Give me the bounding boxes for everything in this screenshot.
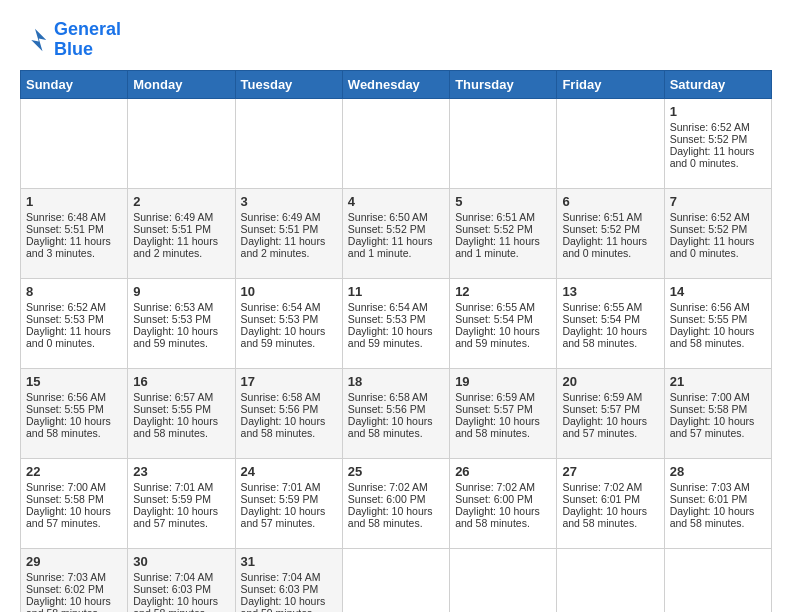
sunrise-text: Sunrise: 6:52 AM xyxy=(26,301,122,313)
sunrise-text: Sunrise: 6:50 AM xyxy=(348,211,444,223)
daylight-text: Daylight: 10 hours and 58 minutes. xyxy=(348,505,444,529)
calendar-cell: 21Sunrise: 7:00 AMSunset: 5:58 PMDayligh… xyxy=(664,368,771,458)
daylight-text: Daylight: 11 hours and 0 minutes. xyxy=(670,235,766,259)
daylight-text: Daylight: 10 hours and 57 minutes. xyxy=(562,415,658,439)
week-row-1: 1Sunrise: 6:52 AMSunset: 5:52 PMDaylight… xyxy=(21,98,772,188)
calendar-cell: 16Sunrise: 6:57 AMSunset: 5:55 PMDayligh… xyxy=(128,368,235,458)
sunrise-text: Sunrise: 6:59 AM xyxy=(562,391,658,403)
logo: General Blue xyxy=(20,20,121,60)
calendar-cell: 20Sunrise: 6:59 AMSunset: 5:57 PMDayligh… xyxy=(557,368,664,458)
day-number: 14 xyxy=(670,284,766,299)
sunset-text: Sunset: 6:00 PM xyxy=(455,493,551,505)
calendar-cell: 27Sunrise: 7:02 AMSunset: 6:01 PMDayligh… xyxy=(557,458,664,548)
day-number: 7 xyxy=(670,194,766,209)
day-number: 22 xyxy=(26,464,122,479)
calendar-cell: 18Sunrise: 6:58 AMSunset: 5:56 PMDayligh… xyxy=(342,368,449,458)
sunrise-text: Sunrise: 6:57 AM xyxy=(133,391,229,403)
daylight-text: Daylight: 10 hours and 59 minutes. xyxy=(455,325,551,349)
sunset-text: Sunset: 5:53 PM xyxy=(348,313,444,325)
sunset-text: Sunset: 5:53 PM xyxy=(26,313,122,325)
day-number: 16 xyxy=(133,374,229,389)
calendar-cell xyxy=(342,98,449,188)
daylight-text: Daylight: 10 hours and 57 minutes. xyxy=(133,505,229,529)
daylight-text: Daylight: 10 hours and 58 minutes. xyxy=(26,415,122,439)
daylight-text: Daylight: 10 hours and 59 minutes. xyxy=(241,595,337,612)
calendar-cell: 8Sunrise: 6:52 AMSunset: 5:53 PMDaylight… xyxy=(21,278,128,368)
calendar-cell: 12Sunrise: 6:55 AMSunset: 5:54 PMDayligh… xyxy=(450,278,557,368)
calendar-table: SundayMondayTuesdayWednesdayThursdayFrid… xyxy=(20,70,772,612)
sunrise-text: Sunrise: 6:48 AM xyxy=(26,211,122,223)
sunset-text: Sunset: 5:58 PM xyxy=(26,493,122,505)
sunrise-text: Sunrise: 6:52 AM xyxy=(670,121,766,133)
sunset-text: Sunset: 6:01 PM xyxy=(562,493,658,505)
sunrise-text: Sunrise: 6:56 AM xyxy=(26,391,122,403)
sunset-text: Sunset: 5:57 PM xyxy=(455,403,551,415)
calendar-cell: 10Sunrise: 6:54 AMSunset: 5:53 PMDayligh… xyxy=(235,278,342,368)
header-row: SundayMondayTuesdayWednesdayThursdayFrid… xyxy=(21,70,772,98)
calendar-cell: 2Sunrise: 6:49 AMSunset: 5:51 PMDaylight… xyxy=(128,188,235,278)
sunrise-text: Sunrise: 7:00 AM xyxy=(26,481,122,493)
sunrise-text: Sunrise: 7:03 AM xyxy=(26,571,122,583)
daylight-text: Daylight: 10 hours and 58 minutes. xyxy=(562,325,658,349)
logo-text: General Blue xyxy=(54,20,121,60)
calendar-cell: 25Sunrise: 7:02 AMSunset: 6:00 PMDayligh… xyxy=(342,458,449,548)
weekday-header-sunday: Sunday xyxy=(21,70,128,98)
day-number: 10 xyxy=(241,284,337,299)
calendar-cell xyxy=(128,98,235,188)
weekday-header-saturday: Saturday xyxy=(664,70,771,98)
sunrise-text: Sunrise: 6:53 AM xyxy=(133,301,229,313)
calendar-cell xyxy=(235,98,342,188)
calendar-cell xyxy=(450,548,557,612)
sunset-text: Sunset: 5:51 PM xyxy=(241,223,337,235)
daylight-text: Daylight: 11 hours and 3 minutes. xyxy=(26,235,122,259)
calendar-cell: 1Sunrise: 6:52 AMSunset: 5:52 PMDaylight… xyxy=(664,98,771,188)
sunrise-text: Sunrise: 6:55 AM xyxy=(455,301,551,313)
calendar-cell: 14Sunrise: 6:56 AMSunset: 5:55 PMDayligh… xyxy=(664,278,771,368)
day-number: 9 xyxy=(133,284,229,299)
weekday-header-tuesday: Tuesday xyxy=(235,70,342,98)
daylight-text: Daylight: 10 hours and 58 minutes. xyxy=(455,415,551,439)
day-number: 25 xyxy=(348,464,444,479)
day-number: 17 xyxy=(241,374,337,389)
sunset-text: Sunset: 6:00 PM xyxy=(348,493,444,505)
daylight-text: Daylight: 10 hours and 58 minutes. xyxy=(562,505,658,529)
day-number: 4 xyxy=(348,194,444,209)
sunrise-text: Sunrise: 6:55 AM xyxy=(562,301,658,313)
day-number: 23 xyxy=(133,464,229,479)
svg-marker-0 xyxy=(31,29,46,52)
daylight-text: Daylight: 11 hours and 0 minutes. xyxy=(670,145,766,169)
daylight-text: Daylight: 10 hours and 58 minutes. xyxy=(670,325,766,349)
sunrise-text: Sunrise: 6:49 AM xyxy=(133,211,229,223)
daylight-text: Daylight: 11 hours and 2 minutes. xyxy=(133,235,229,259)
day-number: 3 xyxy=(241,194,337,209)
day-number: 5 xyxy=(455,194,551,209)
calendar-cell: 15Sunrise: 6:56 AMSunset: 5:55 PMDayligh… xyxy=(21,368,128,458)
day-number: 30 xyxy=(133,554,229,569)
daylight-text: Daylight: 10 hours and 59 minutes. xyxy=(241,325,337,349)
sunrise-text: Sunrise: 6:52 AM xyxy=(670,211,766,223)
sunrise-text: Sunrise: 7:02 AM xyxy=(455,481,551,493)
day-number: 31 xyxy=(241,554,337,569)
daylight-text: Daylight: 11 hours and 0 minutes. xyxy=(26,325,122,349)
calendar-cell: 3Sunrise: 6:49 AMSunset: 5:51 PMDaylight… xyxy=(235,188,342,278)
logo-icon xyxy=(20,25,50,55)
calendar-cell: 5Sunrise: 6:51 AMSunset: 5:52 PMDaylight… xyxy=(450,188,557,278)
sunset-text: Sunset: 5:54 PM xyxy=(455,313,551,325)
daylight-text: Daylight: 10 hours and 57 minutes. xyxy=(670,415,766,439)
day-number: 8 xyxy=(26,284,122,299)
calendar-cell: 11Sunrise: 6:54 AMSunset: 5:53 PMDayligh… xyxy=(342,278,449,368)
daylight-text: Daylight: 10 hours and 59 minutes. xyxy=(348,325,444,349)
sunset-text: Sunset: 5:59 PM xyxy=(241,493,337,505)
day-number: 18 xyxy=(348,374,444,389)
sunrise-text: Sunrise: 7:01 AM xyxy=(133,481,229,493)
sunrise-text: Sunrise: 6:54 AM xyxy=(348,301,444,313)
daylight-text: Daylight: 10 hours and 59 minutes. xyxy=(133,325,229,349)
daylight-text: Daylight: 10 hours and 58 minutes. xyxy=(133,415,229,439)
week-row-2: 1Sunrise: 6:48 AMSunset: 5:51 PMDaylight… xyxy=(21,188,772,278)
calendar-cell xyxy=(21,98,128,188)
sunrise-text: Sunrise: 7:01 AM xyxy=(241,481,337,493)
sunrise-text: Sunrise: 6:51 AM xyxy=(455,211,551,223)
calendar-cell xyxy=(342,548,449,612)
calendar-cell: 7Sunrise: 6:52 AMSunset: 5:52 PMDaylight… xyxy=(664,188,771,278)
sunrise-text: Sunrise: 7:00 AM xyxy=(670,391,766,403)
